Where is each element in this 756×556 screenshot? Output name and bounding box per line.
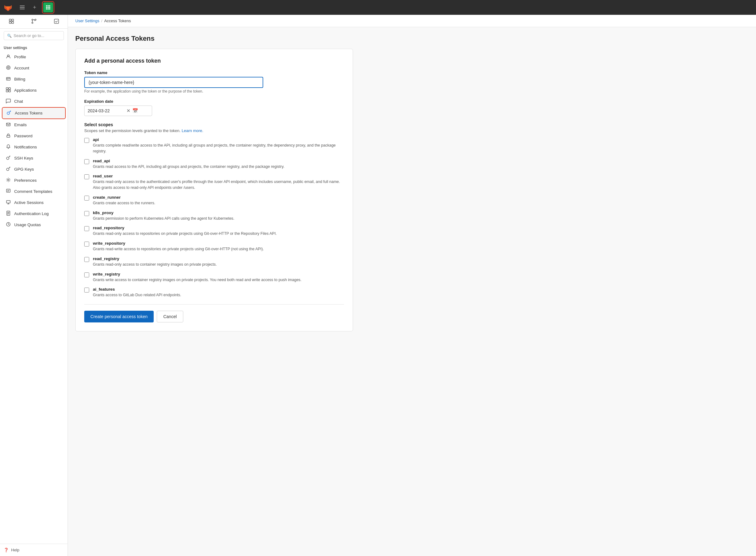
sidebar-tab-merge[interactable]	[23, 15, 45, 28]
token-name-input[interactable]	[84, 77, 263, 88]
breadcrumb-parent[interactable]: User Settings	[75, 19, 99, 23]
sidebar-item-label-password: Password	[14, 134, 32, 138]
svg-point-16	[32, 19, 33, 21]
clear-date-button[interactable]: ✕	[127, 108, 131, 113]
active-feature-icon-wrap	[42, 1, 54, 13]
svg-point-8	[49, 7, 50, 8]
scope-content-read_repository: read_repository Grants read-only access …	[93, 225, 344, 237]
sidebar-item-label-emails: Emails	[14, 123, 27, 127]
scope-checkbox-api[interactable]	[84, 138, 89, 143]
svg-point-28	[7, 112, 9, 114]
sidebar-item-billing[interactable]: Billing	[2, 74, 66, 84]
create-token-button[interactable]: Create personal access token	[84, 311, 154, 322]
scope-content-api: api Grants complete read/write access to…	[93, 137, 344, 154]
svg-rect-0	[20, 6, 25, 6]
svg-rect-27	[9, 90, 10, 92]
svg-point-7	[47, 7, 49, 8]
svg-point-10	[47, 8, 49, 9]
expiration-date-label: Expiration date	[84, 99, 344, 104]
scope-desc-read_api: Grants read access to the API, including…	[93, 164, 344, 170]
sidebar-toggle-button[interactable]	[17, 2, 27, 12]
sidebar-item-preferences[interactable]: Preferences	[2, 175, 66, 186]
billing-icon	[6, 76, 11, 82]
svg-point-3	[46, 5, 47, 6]
scope-row-k8s_proxy: k8s_proxy Grants permission to perform K…	[84, 210, 344, 221]
date-input[interactable]	[88, 108, 125, 113]
search-box[interactable]: 🔍 Search or go to...	[4, 31, 64, 40]
scope-content-k8s_proxy: k8s_proxy Grants permission to perform K…	[93, 210, 344, 221]
chat-icon	[6, 98, 11, 104]
help-icon: ❓	[4, 548, 9, 552]
svg-point-33	[8, 179, 9, 181]
sidebar-item-label-active-sessions: Active Sessions	[14, 200, 43, 205]
scope-name-ai_features: ai_features	[93, 287, 344, 291]
sidebar-item-account[interactable]: Account	[2, 63, 66, 73]
scope-row-ai_features: ai_features Grants access to GitLab Duo …	[84, 287, 344, 298]
scope-content-read_user: read_user Grants read-only access to the…	[93, 174, 344, 191]
sidebar-item-password[interactable]: Password	[2, 131, 66, 141]
scope-row-api: api Grants complete read/write access to…	[84, 137, 344, 154]
add-token-card: Add a personal access token Token name F…	[75, 49, 353, 332]
svg-rect-2	[20, 9, 25, 9]
sidebar-item-chat[interactable]: Chat	[2, 96, 66, 107]
svg-rect-12	[9, 19, 11, 21]
svg-point-21	[6, 66, 10, 69]
scope-checkbox-write_repository[interactable]	[84, 242, 89, 246]
scope-desc-read_registry: Grants read-only access to container reg…	[93, 262, 344, 268]
sidebar-item-label-access-tokens: Access Tokens	[15, 111, 43, 115]
scope-checkbox-read_api[interactable]	[84, 159, 89, 164]
scope-desc-api: Grants complete read/write access to the…	[93, 143, 344, 154]
content-area: User Settings / Access Tokens Personal A…	[68, 15, 756, 556]
token-name-hint: For example, the application using the t…	[84, 89, 344, 94]
sidebar-tab-todo[interactable]	[45, 15, 68, 28]
sidebar-item-profile[interactable]: Profile	[2, 51, 66, 62]
sidebar-item-comment-templates[interactable]: Comment Templates	[2, 186, 66, 197]
scope-name-read_user: read_user	[93, 174, 344, 178]
sidebar-item-notifications[interactable]: Notifications	[2, 142, 66, 152]
scopes-section: Select scopes Scopes set the permission …	[84, 122, 344, 298]
sidebar-item-applications[interactable]: Applications	[2, 85, 66, 96]
scope-checkbox-read_user[interactable]	[84, 174, 89, 179]
svg-point-32	[6, 168, 9, 171]
breadcrumb-separator: /	[101, 19, 102, 23]
scope-checkbox-create_runner[interactable]	[84, 196, 89, 201]
scope-checkbox-k8s_proxy[interactable]	[84, 211, 89, 216]
gitlab-logo-icon	[4, 3, 12, 12]
scope-row-read_repository: read_repository Grants read-only access …	[84, 225, 344, 237]
sidebar-item-gpg-keys[interactable]: GPG Keys	[2, 164, 66, 175]
gpg-keys-icon	[6, 166, 11, 172]
scope-row-write_registry: write_registry Grants write access to co…	[84, 272, 344, 283]
sidebar-tab-board[interactable]	[0, 15, 23, 28]
learn-more-link[interactable]: Learn more.	[182, 128, 203, 133]
sidebar-item-emails[interactable]: Emails	[2, 119, 66, 130]
svg-rect-1	[20, 7, 25, 8]
sidebar-help[interactable]: ❓ Help	[0, 544, 68, 556]
cancel-button[interactable]: Cancel	[157, 311, 183, 322]
active-feature-icon[interactable]	[43, 2, 53, 12]
scope-checkbox-write_registry[interactable]	[84, 272, 89, 277]
svg-point-17	[35, 19, 36, 21]
scope-name-write_registry: write_registry	[93, 272, 344, 276]
sidebar-item-authentication-log[interactable]: Authentication Log	[2, 208, 66, 219]
scope-checkbox-read_repository[interactable]	[84, 226, 89, 231]
new-item-button[interactable]: +	[30, 2, 39, 12]
scope-checkbox-ai_features[interactable]	[84, 287, 89, 292]
sidebar-item-label-notifications: Notifications	[14, 145, 37, 149]
applications-icon	[6, 87, 11, 93]
scopes-subtitle: Scopes set the permission levels granted…	[84, 128, 344, 133]
sidebar-item-active-sessions[interactable]: Active Sessions	[2, 197, 66, 208]
active-sessions-icon	[6, 200, 11, 206]
calendar-button[interactable]: 📅	[132, 108, 138, 113]
password-icon	[6, 133, 11, 139]
sidebar-item-ssh-keys[interactable]: SSH Keys	[2, 153, 66, 164]
scope-checkbox-read_registry[interactable]	[84, 257, 89, 262]
sidebar-item-label-usage-quotas: Usage Quotas	[14, 222, 41, 227]
access-tokens-icon	[6, 110, 12, 116]
sidebar-item-usage-quotas[interactable]: Usage Quotas	[2, 219, 66, 230]
sidebar-item-access-tokens[interactable]: Access Tokens	[2, 107, 66, 119]
svg-point-6	[46, 7, 47, 8]
usage-quotas-icon	[6, 222, 11, 228]
sidebar-nav: Profile Account Billing Applications Cha…	[0, 51, 68, 231]
scope-desc-create_runner: Grants create access to the runners.	[93, 200, 344, 206]
scope-row-read_registry: read_registry Grants read-only access to…	[84, 256, 344, 268]
